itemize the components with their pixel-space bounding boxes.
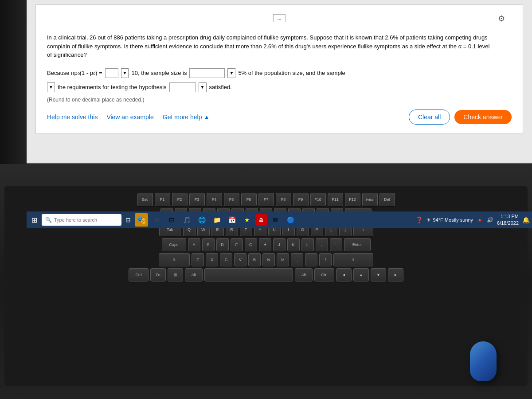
taskbar-app-chrome[interactable]: 🔵 — [284, 213, 297, 227]
system-tray-icons: ❓ — [415, 216, 423, 223]
key-esc[interactable]: Esc — [137, 193, 153, 206]
buttons-row: Help me solve this View an example Get m… — [47, 110, 512, 125]
dots-button[interactable]: ... — [273, 14, 285, 22]
taskbar-app-explorer[interactable]: 📁 — [210, 213, 223, 227]
key-f11[interactable]: F11 — [328, 193, 343, 206]
key-f5[interactable]: F5 — [224, 193, 239, 206]
formula-input-2[interactable] — [189, 68, 225, 78]
taskbar-app-character[interactable]: 🎭 — [135, 213, 148, 227]
problem-text: In a clinical trial, 26 out of 886 patie… — [47, 33, 512, 59]
key-b[interactable]: B — [248, 253, 261, 266]
key-alt-left[interactable]: Alt — [185, 268, 203, 282]
screen: ⚙ ... In a clinical trial, 26 out of 886… — [27, 0, 532, 164]
taskbar-search-bar[interactable]: 🔍 — [42, 214, 121, 226]
key-f1[interactable]: F1 — [155, 193, 170, 206]
start-button[interactable]: ⊞ — [29, 215, 40, 225]
get-more-help-button[interactable]: Get more help ▲ — [163, 113, 210, 121]
key-prtsc[interactable]: PrtSc — [362, 193, 378, 206]
taskbar-app-mail[interactable]: ✉ — [269, 213, 282, 227]
key-g[interactable]: G — [245, 238, 257, 251]
key-del[interactable]: Del — [379, 193, 395, 206]
key-arrow-up[interactable]: ▲ — [353, 268, 369, 282]
key-enter[interactable]: Enter — [344, 238, 371, 251]
key-f2[interactable]: F2 — [172, 193, 188, 206]
key-ctrl-right[interactable]: Ctrl — [314, 268, 334, 282]
dropdown-4[interactable]: ▼ — [199, 82, 207, 92]
key-period[interactable]: . — [305, 253, 317, 266]
key-a[interactable]: A — [188, 238, 200, 251]
taskbar-right-area: ❓ ☀ 94°F Mostly sunny 🔺 🔊 1:13 PM 6/18/2… — [415, 213, 530, 227]
dropdown-3[interactable]: ▼ — [47, 82, 55, 92]
taskbar-app-star[interactable]: ★ — [240, 213, 254, 227]
dropdown-2[interactable]: ▼ — [227, 68, 235, 78]
key-apostrophe[interactable]: ' — [330, 238, 342, 251]
percent-label: 5% of the population size, and the sampl… — [238, 70, 345, 76]
key-x[interactable]: X — [206, 253, 218, 266]
search-icon: 🔍 — [45, 217, 52, 223]
key-arrow-down[interactable]: ▼ — [371, 268, 386, 282]
key-f10[interactable]: F10 — [310, 193, 326, 206]
key-n[interactable]: N — [262, 253, 275, 266]
round-note: (Round to one decimal place as needed.) — [47, 97, 512, 103]
key-fn[interactable]: Fn — [150, 268, 166, 282]
key-comma[interactable]: , — [291, 253, 303, 266]
key-f[interactable]: F — [231, 238, 243, 251]
key-space[interactable] — [204, 268, 293, 282]
key-ctrl-left[interactable]: Ctrl — [129, 268, 149, 282]
key-j[interactable]: J — [273, 238, 286, 251]
key-k[interactable]: K — [287, 238, 300, 251]
taskbar-app-circle[interactable]: ○ — [150, 213, 163, 227]
notification-icon[interactable]: 🔔 — [522, 216, 530, 223]
satisfied-label: satisfied. — [209, 84, 232, 90]
key-f6[interactable]: F6 — [241, 193, 257, 206]
key-v[interactable]: V — [234, 253, 246, 266]
time-date-display[interactable]: 1:13 PM 6/18/2022 — [497, 213, 519, 227]
key-f4[interactable]: F4 — [207, 193, 222, 206]
taskbar-search-input[interactable] — [54, 217, 116, 223]
key-row-asdf: Caps A S D F G H J K L ; ' Enter — [9, 238, 523, 251]
key-d[interactable]: D — [216, 238, 229, 251]
key-c[interactable]: C — [220, 253, 232, 266]
key-semicolon[interactable]: ; — [316, 238, 328, 251]
key-alt-right[interactable]: Alt — [295, 268, 313, 282]
taskbar-app-windows[interactable]: ⊟ — [165, 213, 178, 227]
taskbar-app-letter-a[interactable]: a — [255, 214, 267, 226]
taskbar-app-edge[interactable]: 🌐 — [195, 213, 208, 227]
key-h[interactable]: H — [259, 238, 271, 251]
key-f3[interactable]: F3 — [189, 193, 205, 206]
key-capslock[interactable]: Caps — [162, 238, 186, 251]
mouse[interactable] — [470, 341, 497, 381]
requirements-label: the requirements for testing the hypothe… — [58, 84, 167, 90]
task-view-button[interactable]: ⊟ — [123, 215, 133, 225]
weather-widget[interactable]: ☀ 94°F Mostly sunny — [426, 217, 473, 223]
help-me-solve-button[interactable]: Help me solve this — [47, 113, 98, 121]
taskbar-sound-icon[interactable]: 🔊 — [487, 217, 493, 223]
key-s[interactable]: S — [202, 238, 215, 251]
formula-input-3[interactable] — [169, 82, 196, 92]
key-f12[interactable]: F12 — [345, 193, 360, 206]
check-answer-button[interactable]: Check answer — [454, 110, 512, 124]
key-arrow-left[interactable]: ◄ — [336, 268, 352, 282]
key-row-bottom: Ctrl Fn ⊞ Alt Alt Ctrl ◄ ▲ ▼ ► — [9, 268, 523, 282]
taskbar-app-calendar[interactable]: 📅 — [225, 213, 239, 227]
key-m[interactable]: M — [277, 253, 289, 266]
key-shift-right[interactable]: ⇧ — [333, 253, 373, 266]
formula-input-1[interactable] — [105, 68, 118, 78]
dropdown-1[interactable]: ▼ — [121, 68, 129, 78]
gear-icon[interactable]: ⚙ — [498, 14, 505, 23]
taskbar-network-icon[interactable]: 🔺 — [477, 217, 483, 223]
key-f8[interactable]: F8 — [276, 193, 291, 206]
key-z[interactable]: Z — [192, 253, 204, 266]
key-slash[interactable]: / — [319, 253, 332, 266]
key-windows[interactable]: ⊞ — [168, 268, 183, 282]
question-icon[interactable]: ❓ — [415, 216, 423, 223]
clear-all-button[interactable]: Clear all — [409, 110, 450, 125]
view-example-button[interactable]: View an example — [106, 113, 153, 121]
key-l[interactable]: L — [301, 238, 314, 251]
key-arrow-right[interactable]: ► — [388, 268, 403, 282]
taskbar-app-media[interactable]: 🎵 — [180, 213, 193, 227]
taskbar: ⊞ 🔍 ⊟ 🎭 ○ ⊟ 🎵 🌐 📁 📅 ★ a ✉ 🔵 ❓ ☀ 94°F Mos… — [27, 211, 532, 228]
key-f7[interactable]: F7 — [258, 193, 274, 206]
key-f9[interactable]: F9 — [293, 193, 309, 206]
key-shift-left[interactable]: ⇧ — [159, 253, 190, 266]
